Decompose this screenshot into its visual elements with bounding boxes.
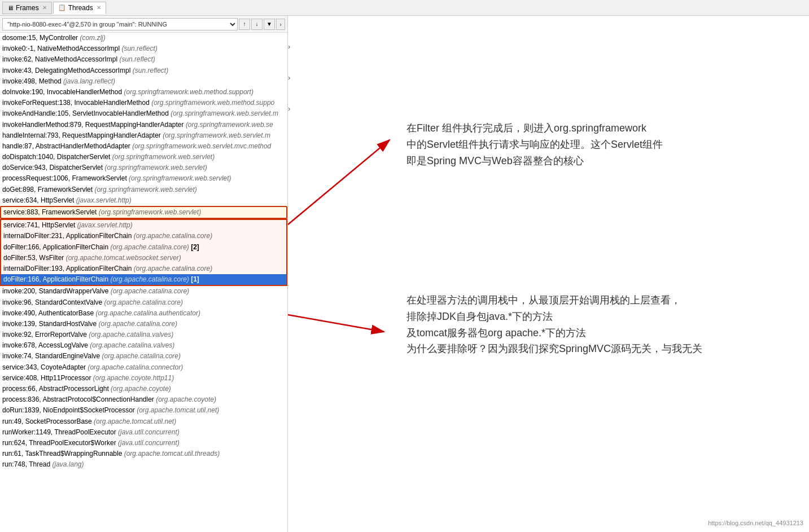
side-arrow-1: ›	[288, 42, 298, 51]
stack-item[interactable]: service:741, HttpServlet (javax.servlet.…	[0, 219, 287, 231]
stack-item[interactable]: internalDoFilter:193, ApplicationFilterC…	[0, 263, 287, 274]
stack-item[interactable]: run:49, SocketProcessorBase (org.apache.…	[0, 416, 287, 427]
stack-item[interactable]: run:624, ThreadPoolExecutor$Worker (java…	[0, 438, 287, 449]
stack-item[interactable]: invoke:490, AuthenticatorBase (org.apach…	[0, 308, 287, 319]
right-panel: 在Filter 组件执行完成后，则进入org.springframework中的…	[288, 16, 809, 532]
stack-item[interactable]: dosome:15, MyController (com.zlj)	[0, 33, 287, 43]
tab-frames[interactable]: 🖥 Frames ✕	[2, 2, 52, 14]
stack-item[interactable]: invoke:92, ErrorReportValve (org.apache.…	[0, 329, 287, 340]
stack-item[interactable]: invoke:43, DelegatingMethodAccessorImpl …	[0, 65, 287, 76]
stack-item[interactable]: doRun:1839, NioEndpoint$SocketProcessor …	[0, 405, 287, 416]
stack-item[interactable]: process:66, AbstractProcessorLight (org.…	[0, 384, 287, 394]
stack-item[interactable]: invokeForRequest:138, InvocableHandlerMe…	[0, 98, 287, 108]
stack-item[interactable]: internalDoFilter:231, ApplicationFilterC…	[0, 231, 287, 241]
stack-item[interactable]: invokeHandlerMethod:879, RequestMappingH…	[0, 120, 287, 130]
tab-frames-label: Frames	[16, 4, 39, 12]
side-arrow-2: ›	[288, 73, 298, 82]
tab-bar: 🖥 Frames ✕ 📋 Threads ✕	[0, 0, 809, 16]
annotations-svg	[288, 16, 809, 532]
stack-item[interactable]: doGet:898, FrameworkServlet (org.springf…	[0, 184, 287, 195]
stack-item[interactable]: doFilter:166, ApplicationFilterChain (or…	[0, 242, 287, 253]
stack-item[interactable]: doFilter:53, WsFilter (org.apache.tomcat…	[0, 253, 287, 263]
thread-toolbar: "http-nio-8080-exec-4"@2,570 in group "m…	[0, 16, 287, 33]
stack-item[interactable]: run:748, Thread (java.lang)	[0, 459, 287, 470]
tab-threads-label: Threads	[68, 4, 93, 12]
stack-item[interactable]: handle:87, AbstractHandlerMethodAdapter …	[0, 141, 287, 152]
stack-item[interactable]: doService:943, DispatcherServlet (org.sp…	[0, 162, 287, 173]
stack-item[interactable]: service:634, HttpServlet (javax.servlet.…	[0, 195, 287, 206]
side-arrows: › › ›	[288, 42, 298, 113]
tab-frames-close[interactable]: ✕	[42, 5, 47, 11]
stack-item[interactable]: invoke:498, Method (java.lang.reflect)	[0, 76, 287, 87]
svg-line-1	[288, 315, 384, 332]
stack-item[interactable]: invoke:96, StandardContextValve (org.apa…	[0, 297, 287, 308]
expand-button[interactable]: ›	[276, 19, 285, 30]
annotation-2: 在处理器方法的调用栈中，从最顶层开始调用栈的上层查看，排除掉JDK自身包java…	[406, 292, 756, 357]
stack-item[interactable]: service:883, FrameworkServlet (org.sprin…	[0, 206, 287, 219]
stack-item[interactable]: handleInternal:793, RequestMappingHandle…	[0, 130, 287, 141]
move-up-button[interactable]: ↑	[239, 19, 250, 30]
thread-selector[interactable]: "http-nio-8080-exec-4"@2,570 in group "m…	[2, 18, 238, 30]
side-arrow-3: ›	[288, 104, 298, 113]
stack-item[interactable]: processRequest:1006, FrameworkServlet (o…	[0, 173, 287, 184]
stack-item[interactable]: invokeAndHandle:105, ServletInvocableHan…	[0, 108, 287, 119]
url-text: https://blog.csdn.net/qq_44931213	[708, 520, 803, 526]
tab-threads-close[interactable]: ✕	[97, 5, 101, 11]
stack-item[interactable]: doFilter:166, ApplicationFilterChain (or…	[0, 274, 287, 286]
stack-item[interactable]: invoke:678, AccessLogValve (org.apache.c…	[0, 340, 287, 351]
stack-item[interactable]: process:836, AbstractProtocol$Connection…	[0, 394, 287, 405]
stack-item[interactable]: run:61, TaskThread$WrappingRunnable (org…	[0, 449, 287, 459]
svg-line-0	[288, 140, 390, 225]
threads-icon: 📋	[58, 4, 66, 11]
stack-item[interactable]: invoke:62, NativeMethodAccessorImpl (sun…	[0, 54, 287, 65]
stack-item[interactable]: invoke0:-1, NativeMethodAccessorImpl (su…	[0, 43, 287, 54]
tab-threads[interactable]: 📋 Threads ✕	[53, 2, 106, 14]
stack-item[interactable]: service:343, CoyoteAdapter (org.apache.c…	[0, 362, 287, 373]
stack-item[interactable]: doDispatch:1040, DispatcherServlet (org.…	[0, 152, 287, 162]
stack-item[interactable]: invoke:74, StandardEngineValve (org.apac…	[0, 351, 287, 362]
stack-item[interactable]: doInvoke:190, InvocableHandlerMethod (or…	[0, 87, 287, 98]
frames-icon: 🖥	[7, 5, 14, 11]
stack-item[interactable]: invoke:200, StandardWrapperValve (org.ap…	[0, 286, 287, 297]
annotation-2-text: 在处理器方法的调用栈中，从最顶层开始调用栈的上层查看，排除掉JDK自身包java…	[406, 294, 702, 354]
stack-item[interactable]: runWorker:1149, ThreadPoolExecutor (java…	[0, 427, 287, 438]
stack-item[interactable]: invoke:139, StandardHostValve (org.apach…	[0, 319, 287, 329]
annotation-1: 在Filter 组件执行完成后，则进入org.springframework中的…	[406, 120, 734, 169]
filter-button[interactable]: ▼	[264, 19, 275, 30]
stack-frame-list: dosome:15, MyController (com.zlj)invoke0…	[0, 33, 287, 532]
stack-item[interactable]: service:408, Http11Processor (org.apache…	[0, 373, 287, 384]
move-down-button[interactable]: ↓	[251, 19, 263, 30]
left-panel: "http-nio-8080-exec-4"@2,570 in group "m…	[0, 16, 288, 532]
annotation-1-text: 在Filter 组件执行完成后，则进入org.springframework中的…	[406, 122, 663, 166]
